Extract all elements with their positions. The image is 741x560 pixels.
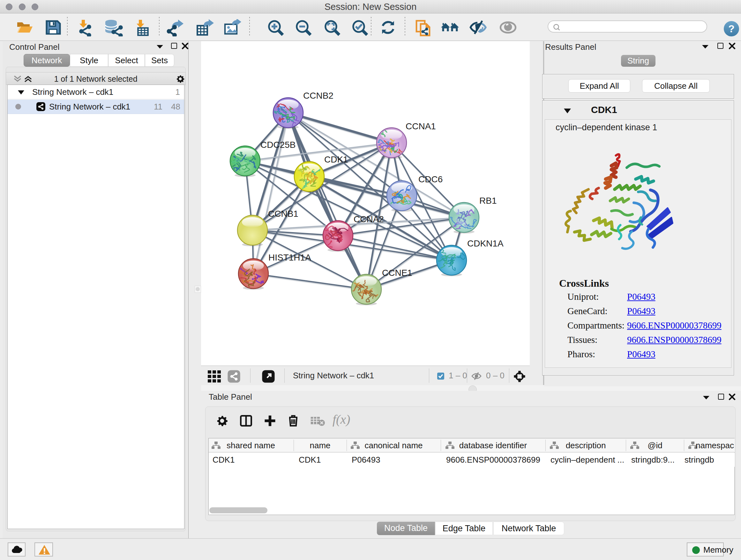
svg-text:CDC25B: CDC25B xyxy=(260,140,295,150)
svg-text:CCNA2: CCNA2 xyxy=(354,214,384,224)
svg-text:RB1: RB1 xyxy=(479,196,496,206)
svg-text:CCNA1: CCNA1 xyxy=(406,121,436,131)
svg-text:HIST1H1A: HIST1H1A xyxy=(268,253,311,262)
svg-text:CDKN1A: CDKN1A xyxy=(467,239,503,248)
svg-text:CDC6: CDC6 xyxy=(418,174,443,184)
svg-text:CDK1: CDK1 xyxy=(324,154,348,165)
svg-text:?: ? xyxy=(728,23,735,35)
svg-text:CCNB2: CCNB2 xyxy=(303,91,333,101)
svg-text:CCNE1: CCNE1 xyxy=(382,268,412,278)
svg-text:CCNB1: CCNB1 xyxy=(268,209,298,219)
